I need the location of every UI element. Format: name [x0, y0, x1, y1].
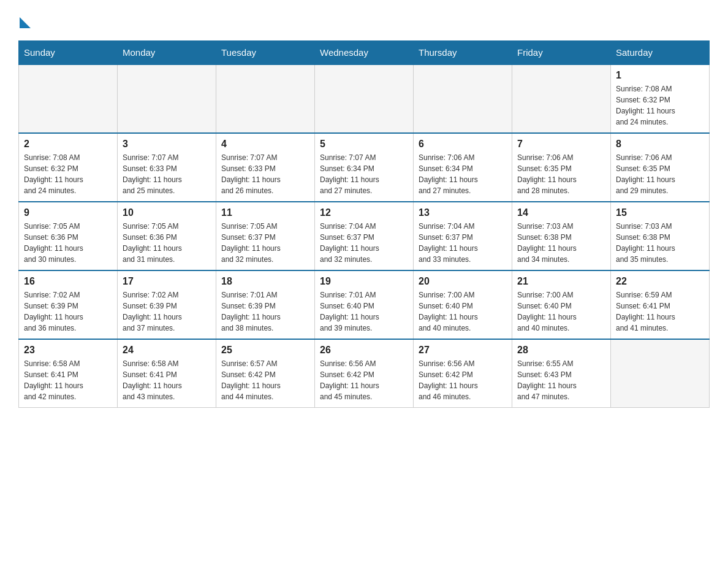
- day-number: 15: [616, 207, 704, 218]
- calendar-day-cell: 7Sunrise: 7:06 AM Sunset: 6:35 PM Daylig…: [512, 133, 611, 202]
- day-info: Sunrise: 7:02 AM Sunset: 6:39 PM Dayligh…: [24, 289, 112, 334]
- calendar-day-cell: 6Sunrise: 7:06 AM Sunset: 6:34 PM Daylig…: [414, 133, 512, 202]
- day-number: 11: [221, 207, 309, 218]
- calendar-day-cell: 27Sunrise: 6:56 AM Sunset: 6:42 PM Dayli…: [414, 339, 512, 408]
- calendar-day-cell: 20Sunrise: 7:00 AM Sunset: 6:40 PM Dayli…: [414, 270, 512, 339]
- day-info: Sunrise: 6:58 AM Sunset: 6:41 PM Dayligh…: [24, 358, 112, 402]
- day-number: 18: [221, 276, 309, 287]
- calendar-day-cell: 8Sunrise: 7:06 AM Sunset: 6:35 PM Daylig…: [611, 133, 710, 202]
- day-info: Sunrise: 7:06 AM Sunset: 6:34 PM Dayligh…: [419, 152, 507, 196]
- day-info: Sunrise: 7:06 AM Sunset: 6:35 PM Dayligh…: [616, 152, 704, 196]
- day-number: 26: [320, 345, 408, 356]
- day-info: Sunrise: 7:05 AM Sunset: 6:36 PM Dayligh…: [24, 221, 112, 265]
- day-info: Sunrise: 7:05 AM Sunset: 6:36 PM Dayligh…: [123, 221, 211, 265]
- day-info: Sunrise: 7:08 AM Sunset: 6:32 PM Dayligh…: [616, 83, 704, 128]
- column-header-monday: Monday: [118, 41, 216, 65]
- calendar-day-cell: 16Sunrise: 7:02 AM Sunset: 6:39 PM Dayli…: [19, 270, 118, 339]
- day-info: Sunrise: 7:00 AM Sunset: 6:40 PM Dayligh…: [517, 289, 605, 334]
- calendar-day-cell: [611, 339, 710, 408]
- day-info: Sunrise: 6:57 AM Sunset: 6:42 PM Dayligh…: [221, 358, 309, 402]
- calendar-week-row: 9Sunrise: 7:05 AM Sunset: 6:36 PM Daylig…: [19, 202, 710, 270]
- day-number: 10: [123, 207, 211, 218]
- calendar-week-row: 16Sunrise: 7:02 AM Sunset: 6:39 PM Dayli…: [19, 270, 710, 339]
- calendar-day-cell: 28Sunrise: 6:55 AM Sunset: 6:43 PM Dayli…: [512, 339, 611, 408]
- calendar-day-cell: 26Sunrise: 6:56 AM Sunset: 6:42 PM Dayli…: [315, 339, 414, 408]
- calendar-day-cell: 15Sunrise: 7:03 AM Sunset: 6:38 PM Dayli…: [611, 202, 710, 270]
- calendar-day-cell: 17Sunrise: 7:02 AM Sunset: 6:39 PM Dayli…: [118, 270, 216, 339]
- calendar-day-cell: [118, 64, 216, 133]
- day-info: Sunrise: 7:05 AM Sunset: 6:37 PM Dayligh…: [221, 221, 309, 265]
- day-number: 25: [221, 345, 309, 356]
- day-number: 3: [123, 139, 211, 150]
- calendar-day-cell: 23Sunrise: 6:58 AM Sunset: 6:41 PM Dayli…: [19, 339, 118, 408]
- calendar-day-cell: 12Sunrise: 7:04 AM Sunset: 6:37 PM Dayli…: [315, 202, 414, 270]
- day-info: Sunrise: 7:06 AM Sunset: 6:35 PM Dayligh…: [517, 152, 605, 196]
- calendar-day-cell: 5Sunrise: 7:07 AM Sunset: 6:34 PM Daylig…: [315, 133, 414, 202]
- calendar-day-cell: 9Sunrise: 7:05 AM Sunset: 6:36 PM Daylig…: [19, 202, 118, 270]
- calendar-day-cell: 18Sunrise: 7:01 AM Sunset: 6:39 PM Dayli…: [216, 270, 315, 339]
- calendar-day-cell: [19, 64, 118, 133]
- calendar-day-cell: 4Sunrise: 7:07 AM Sunset: 6:33 PM Daylig…: [216, 133, 315, 202]
- calendar-day-cell: 24Sunrise: 6:58 AM Sunset: 6:41 PM Dayli…: [118, 339, 216, 408]
- calendar-table: SundayMondayTuesdayWednesdayThursdayFrid…: [18, 40, 710, 408]
- calendar-day-cell: [315, 64, 414, 133]
- day-info: Sunrise: 7:08 AM Sunset: 6:32 PM Dayligh…: [24, 152, 112, 196]
- calendar-day-cell: [216, 64, 315, 133]
- day-info: Sunrise: 7:00 AM Sunset: 6:40 PM Dayligh…: [419, 289, 507, 334]
- calendar-day-cell: 10Sunrise: 7:05 AM Sunset: 6:36 PM Dayli…: [118, 202, 216, 270]
- day-number: 22: [616, 276, 704, 287]
- day-info: Sunrise: 7:02 AM Sunset: 6:39 PM Dayligh…: [123, 289, 211, 334]
- calendar-day-cell: 21Sunrise: 7:00 AM Sunset: 6:40 PM Dayli…: [512, 270, 611, 339]
- day-info: Sunrise: 7:03 AM Sunset: 6:38 PM Dayligh…: [616, 221, 704, 265]
- calendar-day-cell: 2Sunrise: 7:08 AM Sunset: 6:32 PM Daylig…: [19, 133, 118, 202]
- column-header-sunday: Sunday: [19, 41, 118, 65]
- calendar-day-cell: 14Sunrise: 7:03 AM Sunset: 6:38 PM Dayli…: [512, 202, 611, 270]
- calendar-day-cell: 19Sunrise: 7:01 AM Sunset: 6:40 PM Dayli…: [315, 270, 414, 339]
- day-number: 5: [320, 139, 408, 150]
- calendar-week-row: 2Sunrise: 7:08 AM Sunset: 6:32 PM Daylig…: [19, 133, 710, 202]
- calendar-day-cell: 3Sunrise: 7:07 AM Sunset: 6:33 PM Daylig…: [118, 133, 216, 202]
- day-number: 8: [616, 139, 704, 150]
- page-header: [18, 12, 710, 28]
- day-number: 17: [123, 276, 211, 287]
- day-info: Sunrise: 7:04 AM Sunset: 6:37 PM Dayligh…: [320, 221, 408, 265]
- day-number: 4: [221, 139, 309, 150]
- column-header-thursday: Thursday: [414, 41, 512, 65]
- column-header-saturday: Saturday: [611, 41, 710, 65]
- day-info: Sunrise: 6:56 AM Sunset: 6:42 PM Dayligh…: [320, 358, 408, 402]
- day-info: Sunrise: 6:55 AM Sunset: 6:43 PM Dayligh…: [517, 358, 605, 402]
- day-info: Sunrise: 7:07 AM Sunset: 6:34 PM Dayligh…: [320, 152, 408, 196]
- day-number: 21: [517, 276, 605, 287]
- day-number: 12: [320, 207, 408, 218]
- day-info: Sunrise: 7:01 AM Sunset: 6:40 PM Dayligh…: [320, 289, 408, 334]
- day-number: 16: [24, 276, 112, 287]
- day-info: Sunrise: 7:07 AM Sunset: 6:33 PM Dayligh…: [221, 152, 309, 196]
- day-info: Sunrise: 7:07 AM Sunset: 6:33 PM Dayligh…: [123, 152, 211, 196]
- day-number: 7: [517, 139, 605, 150]
- day-number: 27: [419, 345, 507, 356]
- day-number: 14: [517, 207, 605, 218]
- calendar-day-cell: 13Sunrise: 7:04 AM Sunset: 6:37 PM Dayli…: [414, 202, 512, 270]
- calendar-week-row: 1Sunrise: 7:08 AM Sunset: 6:32 PM Daylig…: [19, 64, 710, 133]
- day-info: Sunrise: 6:59 AM Sunset: 6:41 PM Dayligh…: [616, 289, 704, 334]
- logo: [18, 12, 31, 28]
- logo-arrow-icon: [20, 17, 31, 28]
- column-header-wednesday: Wednesday: [315, 41, 414, 65]
- calendar-day-cell: 11Sunrise: 7:05 AM Sunset: 6:37 PM Dayli…: [216, 202, 315, 270]
- day-number: 13: [419, 207, 507, 218]
- calendar-day-cell: 1Sunrise: 7:08 AM Sunset: 6:32 PM Daylig…: [611, 64, 710, 133]
- day-info: Sunrise: 7:04 AM Sunset: 6:37 PM Dayligh…: [419, 221, 507, 265]
- day-info: Sunrise: 6:56 AM Sunset: 6:42 PM Dayligh…: [419, 358, 507, 402]
- calendar-day-cell: 22Sunrise: 6:59 AM Sunset: 6:41 PM Dayli…: [611, 270, 710, 339]
- calendar-day-cell: [414, 64, 512, 133]
- day-info: Sunrise: 6:58 AM Sunset: 6:41 PM Dayligh…: [123, 358, 211, 402]
- day-number: 23: [24, 345, 112, 356]
- calendar-day-cell: [512, 64, 611, 133]
- column-header-friday: Friday: [512, 41, 611, 65]
- day-number: 2: [24, 139, 112, 150]
- day-number: 6: [419, 139, 507, 150]
- day-number: 28: [517, 345, 605, 356]
- day-number: 24: [123, 345, 211, 356]
- day-number: 9: [24, 207, 112, 218]
- column-header-tuesday: Tuesday: [216, 41, 315, 65]
